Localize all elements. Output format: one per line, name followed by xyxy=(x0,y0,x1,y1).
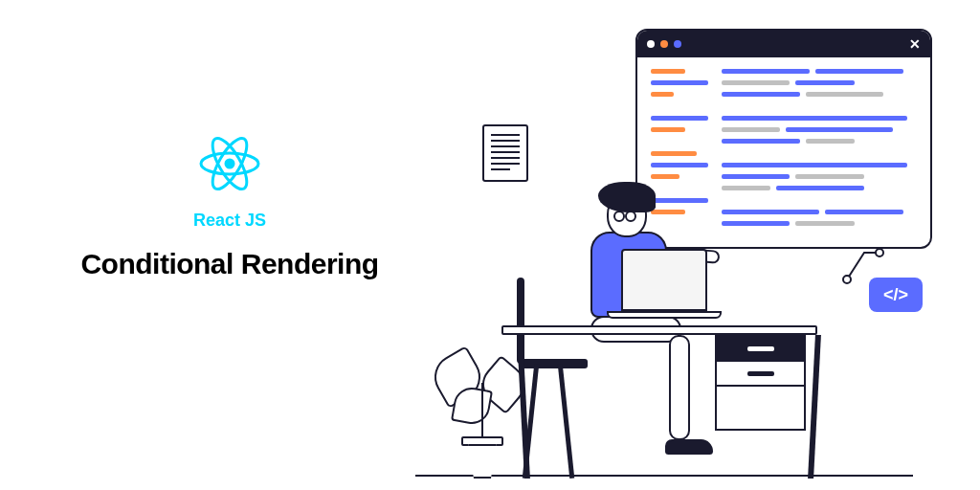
traffic-light-dot xyxy=(674,40,681,48)
tech-label: React JS xyxy=(38,211,421,231)
close-icon: ✕ xyxy=(909,36,921,52)
desk-graphic xyxy=(501,325,817,335)
page-title: Conditional Rendering xyxy=(38,248,421,280)
code-tag-icon: </> xyxy=(869,278,923,312)
window-title-bar: ✕ xyxy=(637,31,930,57)
react-logo-icon xyxy=(196,134,263,197)
svg-point-3 xyxy=(225,159,235,169)
hero-illustration: ✕ xyxy=(406,29,942,479)
traffic-light-dot xyxy=(647,40,655,48)
drawer-graphic xyxy=(715,335,806,431)
hero-text-block: React JS Conditional Rendering xyxy=(38,134,421,280)
svg-point-4 xyxy=(876,249,883,256)
desk-scene xyxy=(463,172,846,479)
traffic-light-dot xyxy=(660,40,668,48)
laptop-graphic xyxy=(607,249,722,325)
